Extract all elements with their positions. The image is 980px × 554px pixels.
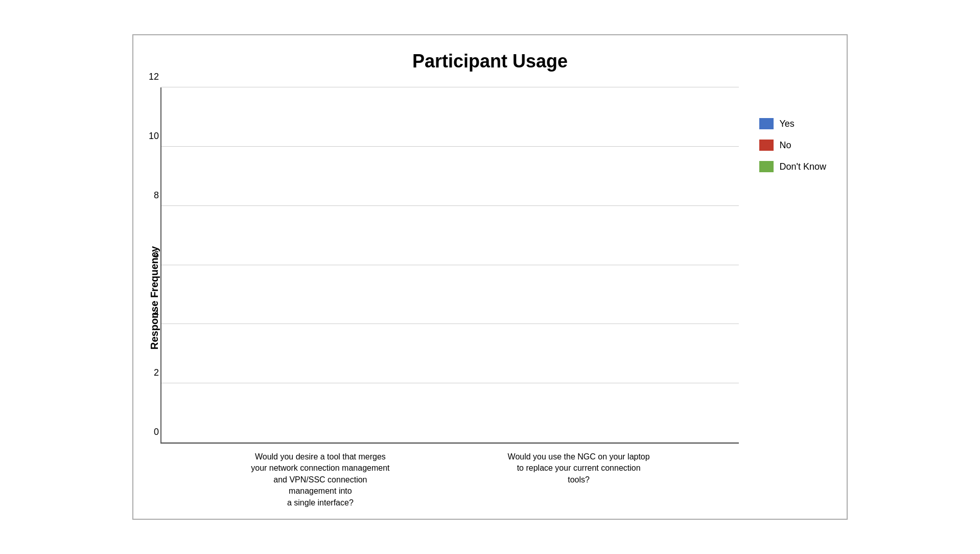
grid-line <box>161 87 739 87</box>
y-tick-label: 0 <box>141 427 159 437</box>
grid-line <box>161 265 739 265</box>
grid-line <box>161 205 739 206</box>
chart-body: Response Frequency 024681012 Would you d… <box>144 87 836 509</box>
legend-swatch <box>759 140 774 151</box>
chart-title: Participant Usage <box>412 51 568 72</box>
y-tick-label: 2 <box>141 367 159 378</box>
legend: YesNoDon't Know <box>739 87 837 509</box>
legend-swatch <box>759 161 774 172</box>
y-tick-label: 6 <box>141 249 159 260</box>
grid-line <box>161 146 739 147</box>
y-tick-label: 8 <box>141 190 159 200</box>
y-tick-label: 4 <box>141 308 159 319</box>
y-tick-label: 10 <box>141 130 159 141</box>
grid-line <box>161 442 739 443</box>
legend-item: No <box>759 140 827 151</box>
y-axis-label: Response Frequency <box>144 87 160 509</box>
legend-item: Don't Know <box>759 161 827 172</box>
x-labels: Would you desire a tool that mergesyour … <box>160 444 739 509</box>
x-label-0: Would you desire a tool that mergesyour … <box>249 451 392 509</box>
plot-with-legend: 024681012 Would you desire a tool that m… <box>160 87 836 509</box>
chart-container: Participant Usage Response Frequency 024… <box>132 34 848 520</box>
chart-plot-area: 024681012 Would you desire a tool that m… <box>160 87 836 509</box>
y-tick-label: 12 <box>141 72 159 82</box>
legend-label: Yes <box>780 119 795 129</box>
grid-line <box>161 324 739 324</box>
legend-swatch <box>759 118 774 129</box>
grid-line <box>161 383 739 383</box>
grid-and-bars: 024681012 <box>160 87 739 444</box>
legend-label: Don't Know <box>780 161 827 172</box>
legend-item: Yes <box>759 118 827 129</box>
x-label-1: Would you use the NGC on your laptopto r… <box>507 451 650 509</box>
legend-label: No <box>780 140 791 151</box>
plot-area: 024681012 Would you desire a tool that m… <box>160 87 739 509</box>
